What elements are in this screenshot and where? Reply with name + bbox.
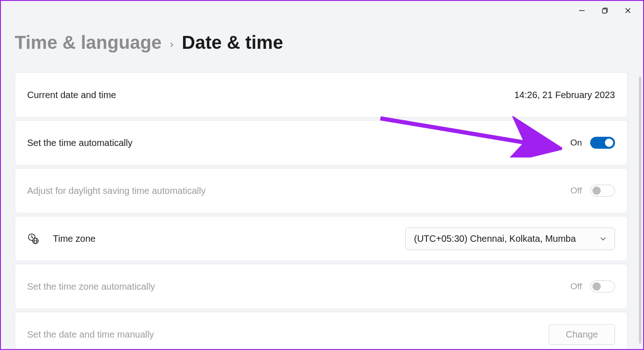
- row-current-datetime: Current date and time 14:26, 21 February…: [15, 72, 627, 117]
- minimize-icon: [579, 7, 585, 14]
- timezone-selected-value: (UTC+05:30) Chennai, Kolkata, Mumba: [414, 233, 593, 244]
- auto-time-label: Set the time automatically: [27, 138, 132, 148]
- current-datetime-label: Current date and time: [27, 90, 116, 100]
- auto-timezone-state-text: Off: [570, 281, 582, 292]
- page-content: Time & language › Date & time Current da…: [1, 32, 643, 349]
- minimize-button[interactable]: [570, 2, 593, 19]
- close-button[interactable]: [616, 2, 639, 19]
- svg-line-7: [32, 237, 33, 238]
- row-auto-timezone: Set the time zone automatically Off: [15, 264, 627, 309]
- current-datetime-value: 14:26, 21 February 2023: [514, 90, 615, 100]
- auto-timezone-label: Set the time zone automatically: [27, 281, 155, 292]
- maximize-button[interactable]: [593, 2, 616, 19]
- auto-time-toggle[interactable]: [590, 137, 615, 149]
- timezone-label: Time zone: [53, 233, 96, 244]
- breadcrumb-current: Date & time: [182, 32, 283, 53]
- breadcrumb: Time & language › Date & time: [15, 32, 629, 53]
- row-dst: Adjust for daylight saving time automati…: [15, 168, 627, 213]
- auto-timezone-toggle: [590, 280, 615, 292]
- maximize-icon: [602, 7, 608, 14]
- dst-toggle: [590, 185, 615, 197]
- window-titlebar: [1, 1, 643, 20]
- globe-clock-icon: [27, 233, 39, 245]
- dst-state-text: Off: [570, 186, 582, 196]
- settings-list: Current date and time 14:26, 21 February…: [15, 72, 629, 349]
- chevron-right-icon: ›: [170, 38, 173, 51]
- svg-rect-2: [603, 9, 607, 13]
- auto-time-state-text: On: [570, 138, 582, 148]
- breadcrumb-parent[interactable]: Time & language: [15, 32, 161, 53]
- change-button[interactable]: Change: [549, 324, 615, 345]
- row-auto-time: Set the time automatically On: [15, 120, 627, 165]
- timezone-dropdown[interactable]: (UTC+05:30) Chennai, Kolkata, Mumba: [405, 228, 615, 250]
- dst-label: Adjust for daylight saving time automati…: [27, 186, 206, 196]
- close-icon: [625, 7, 631, 14]
- row-manual-datetime: Set the date and time manually Change: [15, 312, 627, 349]
- row-timezone: Time zone (UTC+05:30) Chennai, Kolkata, …: [15, 216, 627, 261]
- manual-datetime-label: Set the date and time manually: [27, 329, 154, 340]
- chevron-down-icon: [600, 235, 606, 242]
- scrollbar[interactable]: [639, 76, 641, 344]
